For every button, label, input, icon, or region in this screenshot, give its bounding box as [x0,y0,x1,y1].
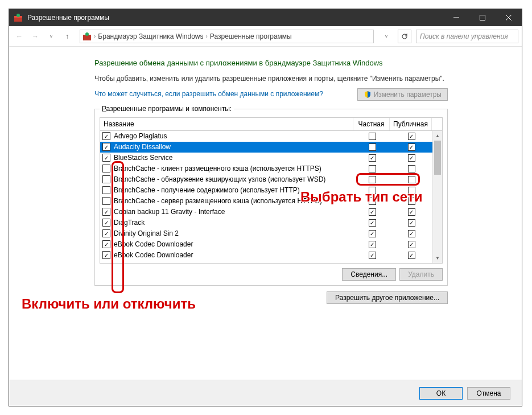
content: Разрешение обмена данными с приложениями… [9,47,522,315]
enable-checkbox[interactable] [102,165,110,172]
svg-point-8 [85,32,89,36]
app-name: Audacity Dissallow [114,143,354,151]
private-checkbox[interactable] [369,133,376,140]
public-checkbox[interactable]: ✓ [408,230,415,237]
enable-checkbox[interactable]: ✓ [102,251,110,259]
private-checkbox[interactable]: ✓ [369,241,376,248]
chevron-right-icon: › [206,33,208,39]
enable-checkbox[interactable]: ✓ [102,143,110,151]
private-checkbox[interactable]: ✓ [369,230,376,237]
app-name: BranchCache - клиент размещенного кэша (… [114,165,354,172]
col-public[interactable]: Публичная [390,118,432,130]
search-placeholder: Поиск в панели управления [420,32,508,40]
enable-checkbox[interactable] [102,186,110,194]
private-checkbox[interactable]: ✓ [369,252,376,259]
public-checkbox[interactable]: ✓ [408,208,415,216]
delete-button[interactable]: Удалить [399,268,443,281]
app-name: DiagTrack [114,219,354,227]
help-link[interactable]: Что может случиться, если разрешить обме… [94,90,323,98]
private-checkbox[interactable] [369,165,376,172]
private-checkbox[interactable]: ✓ [369,219,376,227]
annotation-highlight-right [356,173,420,186]
minimize-button[interactable] [443,9,469,26]
footer: ОК Отмена [9,380,522,406]
enable-checkbox[interactable]: ✓ [102,240,110,248]
scrollbar[interactable]: ▲ ▼ [432,131,442,263]
change-settings-button[interactable]: Изменить параметры [357,88,448,101]
annotation-highlight-left [112,161,124,293]
app-name: BranchCache - обнаружение кэширующих узл… [114,175,354,183]
group-label: РРазрешенные программы и компоненты:азре… [100,105,234,113]
scroll-track[interactable] [433,175,442,253]
enable-checkbox[interactable] [102,197,110,205]
public-checkbox[interactable]: ✓ [408,241,415,248]
private-checkbox[interactable]: ✓ [369,208,376,216]
titlebar: Разрешенные программы [9,9,522,26]
public-checkbox[interactable] [408,165,415,172]
page-heading: Разрешение обмена данными с приложениями… [94,58,448,68]
enable-checkbox[interactable]: ✓ [102,219,110,227]
details-button[interactable]: Сведения... [342,268,396,281]
table-row[interactable]: ✓Audacity Dissallow✓ [100,142,432,153]
app-name: Divinity Original Sin 2 [114,229,354,237]
table-row[interactable]: ✓Divinity Original Sin 2✓✓ [100,228,432,239]
app-name: eBook Codec Downloader [114,251,354,259]
back-button[interactable]: ← [13,30,26,43]
window: Разрешенные программы ← → v ↑ › Брандмау… [9,9,522,406]
col-private[interactable]: Частная [353,118,390,130]
enable-checkbox[interactable]: ✓ [102,208,110,216]
up-button[interactable]: ↑ [60,30,74,43]
enable-checkbox[interactable]: ✓ [102,229,110,237]
button-label: Изменить параметры [374,91,442,98]
scroll-down-button[interactable]: ▼ [433,253,442,263]
svg-rect-4 [480,15,485,20]
table-row[interactable]: ✓eBook Codec Downloader✓✓ [100,250,432,261]
public-checkbox[interactable]: ✓ [408,219,415,227]
window-title: Разрешенные программы [27,14,443,22]
firewall-icon [83,32,92,41]
enable-checkbox[interactable]: ✓ [102,132,110,140]
public-checkbox[interactable]: ✓ [408,143,415,151]
allow-other-button[interactable]: Разрешить другое приложение... [327,291,448,304]
public-checkbox[interactable]: ✓ [408,252,415,259]
annotation-text-right: Выбрать тип сети [300,189,422,205]
breadcrumb-item[interactable]: Брандмауэр Защитника Windows [98,32,203,40]
scroll-up-button[interactable]: ▲ [433,131,442,141]
shield-icon [364,91,372,98]
chevron-right-icon: › [94,33,96,39]
refresh-button[interactable] [398,30,411,43]
page-description: Чтобы добавить, изменить или удалить раз… [94,74,448,84]
table-row[interactable]: ✓DiagTrack✓✓ [100,217,432,228]
private-checkbox[interactable]: ✓ [369,154,376,162]
app-name: Advego Plagiatus [114,132,354,140]
breadcrumb-dropdown[interactable]: v [380,30,393,43]
public-checkbox[interactable]: ✓ [408,154,415,162]
firewall-icon [14,13,23,22]
close-button[interactable] [496,9,522,26]
recent-dropdown[interactable]: v [44,30,58,43]
annotation-text-bottom: Включить или отключить [22,296,196,312]
table-row[interactable]: ✓BlueStacks Service✓✓ [100,153,432,163]
table-header: Название Частная Публичная [100,118,442,131]
col-scroll-gap [432,118,442,130]
app-name: BlueStacks Service [114,154,354,162]
private-checkbox[interactable] [369,143,376,151]
ok-button[interactable]: ОК [419,387,463,400]
search-input[interactable]: Поиск в панели управления [416,30,518,43]
svg-point-2 [17,14,20,17]
forward-button[interactable]: → [28,30,42,43]
item-buttons: Сведения... Удалить [100,268,443,281]
cancel-button[interactable]: Отмена [467,387,510,400]
scroll-thumb[interactable] [434,141,441,175]
breadcrumb[interactable]: › Брандмауэр Защитника Windows › Разреше… [80,30,374,43]
table-row[interactable]: ✓Advego Plagiatus✓ [100,131,432,142]
enable-checkbox[interactable]: ✓ [102,154,110,162]
maximize-button[interactable] [469,9,496,26]
table-row[interactable]: ✓Cobian backup 11 Gravity - Interface✓✓ [100,207,432,217]
breadcrumb-item[interactable]: Разрешенные программы [210,32,292,40]
col-name[interactable]: Название [100,118,353,130]
app-name: Cobian backup 11 Gravity - Interface [114,208,354,216]
table-row[interactable]: ✓eBook Codec Downloader✓✓ [100,239,432,250]
public-checkbox[interactable]: ✓ [408,133,415,140]
enable-checkbox[interactable] [102,175,110,183]
